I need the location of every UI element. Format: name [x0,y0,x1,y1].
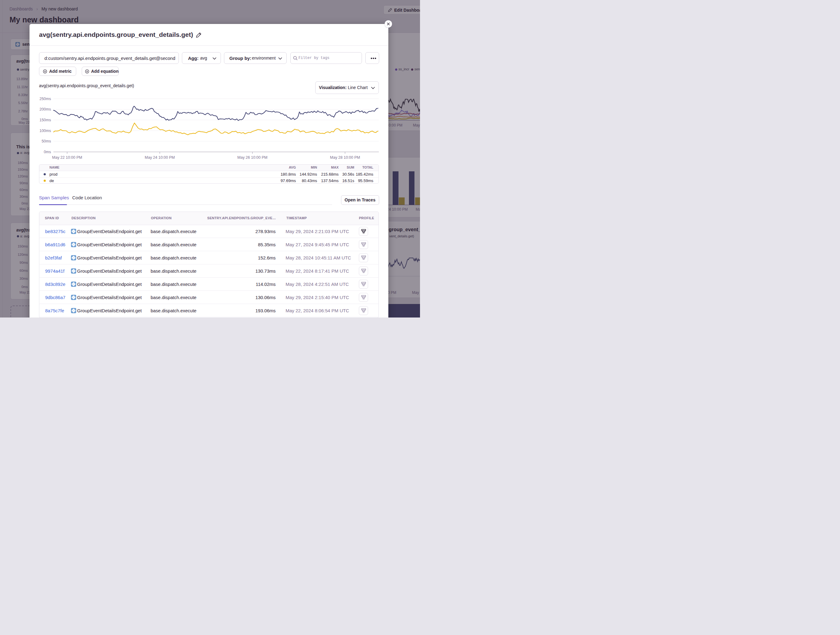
svg-text:150ms: 150ms [39,118,51,122]
svg-text:100ms: 100ms [39,129,51,133]
svg-text:250ms: 250ms [39,97,51,101]
svg-text:May 28 10:00 PM: May 28 10:00 PM [330,155,360,160]
svg-text:0ms: 0ms [44,150,51,154]
svg-text:50ms: 50ms [41,139,51,143]
svg-text:May 26 10:00 PM: May 26 10:00 PM [237,155,267,160]
svg-text:May 24 10:00 PM: May 24 10:00 PM [145,155,175,160]
svg-text:200ms: 200ms [39,107,51,112]
svg-text:May 22 10:00 PM: May 22 10:00 PM [52,155,82,160]
